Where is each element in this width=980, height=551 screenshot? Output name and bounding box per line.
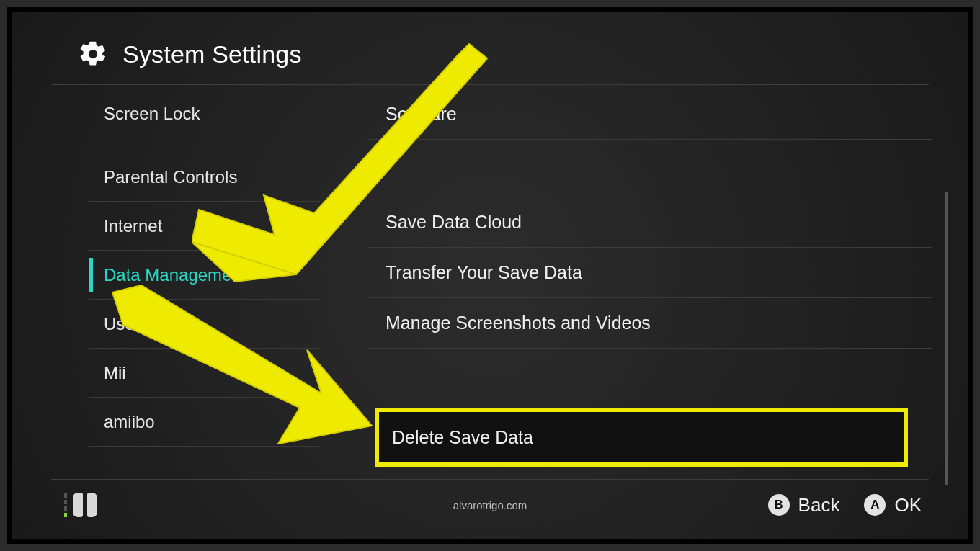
sidebar-spacer (89, 138, 320, 153)
sidebar-item-parental-controls[interactable]: Parental Controls (89, 153, 320, 202)
scrollbar[interactable] (945, 192, 948, 485)
sidebar-item-mii[interactable]: Mii (89, 349, 320, 398)
main-item-label: Manage Screenshots and Videos (386, 313, 651, 333)
hint-back[interactable]: B Back (768, 494, 840, 516)
page-title: System Settings (122, 40, 302, 68)
sidebar-item-user[interactable]: User (89, 300, 320, 349)
sidebar-item-amiibo[interactable]: amiibo (89, 398, 320, 447)
main-item-label: Save Data Cloud (386, 212, 522, 233)
settings-sidebar: Screen Lock Parental Controls Internet D… (89, 89, 320, 447)
sidebar-item-label: Mii (104, 363, 126, 383)
main-item-software[interactable]: Software (368, 89, 932, 140)
watermark-text: alvarotrigo.com (453, 499, 527, 511)
a-button-icon: A (864, 494, 886, 516)
sidebar-item-internet[interactable]: Internet (89, 202, 320, 251)
hint-ok[interactable]: A OK (864, 494, 922, 516)
page-header: System Settings (78, 39, 302, 69)
sidebar-item-data-management[interactable]: Data Management (89, 251, 320, 300)
main-item-label: Transfer Your Save Data (386, 262, 582, 283)
b-button-icon: B (768, 494, 790, 516)
sidebar-item-label: Screen Lock (104, 104, 200, 124)
main-item-label: Software (386, 104, 457, 125)
main-item-delete-save-data[interactable]: Delete Save Data (375, 408, 908, 467)
settings-main: Software Save Data Cloud Transfer Your S… (368, 89, 932, 349)
sidebar-item-screen-lock[interactable]: Screen Lock (89, 89, 320, 138)
controller-status-icon (64, 493, 97, 517)
sidebar-item-label: Data Management (104, 265, 246, 285)
hint-label: Back (798, 494, 840, 516)
footer: alvarotrigo.com B Back A OK (51, 485, 929, 525)
sidebar-item-label: Parental Controls (104, 167, 237, 187)
sidebar-item-label: Internet (104, 216, 162, 236)
footer-divider (51, 479, 929, 480)
main-item-manage-screenshots[interactable]: Manage Screenshots and Videos (368, 297, 932, 349)
main-item-save-data-cloud[interactable]: Save Data Cloud (368, 197, 932, 248)
main-item-transfer-save-data[interactable]: Transfer Your Save Data (368, 247, 932, 298)
hint-label: OK (894, 494, 922, 516)
main-section-spacer (368, 140, 932, 197)
header-divider (51, 84, 929, 85)
gear-icon (78, 39, 108, 69)
main-item-label: Delete Save Data (392, 427, 533, 448)
sidebar-item-label: User (104, 314, 141, 334)
sidebar-item-label: amiibo (104, 412, 155, 432)
